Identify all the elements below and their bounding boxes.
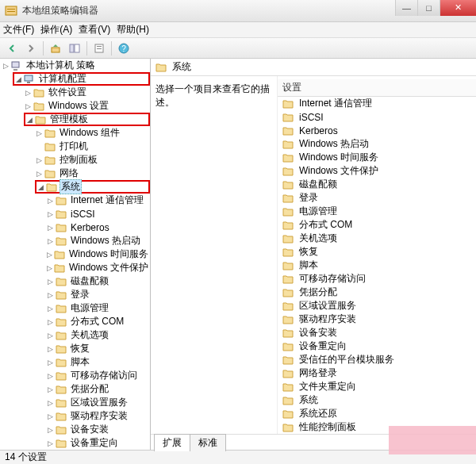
list-item[interactable]: 可移动存储访问 bbox=[278, 272, 476, 286]
back-button[interactable] bbox=[3, 40, 21, 56]
help-button[interactable]: ? bbox=[115, 40, 132, 56]
list-item[interactable]: 系统 bbox=[278, 393, 476, 407]
expand-icon[interactable]: ▷ bbox=[46, 196, 55, 205]
list-item[interactable]: 区域设置服务 bbox=[278, 299, 476, 313]
list-item[interactable]: 关机选项 bbox=[278, 232, 476, 245]
expand-icon[interactable]: ▷ bbox=[46, 385, 55, 393]
tree-item[interactable]: ▷Windows 热启动 bbox=[46, 234, 150, 247]
tree-item[interactable]: ▷分布式 COM bbox=[46, 315, 150, 328]
list-item[interactable]: Windows 文件保护 bbox=[278, 164, 476, 178]
expand-icon[interactable]: ▷ bbox=[35, 128, 44, 137]
collapse-icon[interactable]: ◢ bbox=[36, 182, 45, 191]
tree-system[interactable]: ◢系统 bbox=[35, 180, 150, 194]
list-item[interactable]: 网络登录 bbox=[278, 366, 476, 380]
list-item[interactable]: 磁盘配额 bbox=[278, 178, 476, 191]
tree-windows-settings[interactable]: ▷Windows 设置 bbox=[24, 99, 150, 113]
tree-item[interactable]: ▷Internet 通信管理 bbox=[46, 194, 150, 207]
tree-item[interactable]: ▷恢复 bbox=[46, 342, 150, 355]
tree-item[interactable]: ▷登录 bbox=[46, 288, 150, 301]
list-item[interactable]: Kerberos bbox=[278, 124, 476, 137]
expand-icon[interactable]: ▷ bbox=[24, 102, 33, 110]
list-item[interactable]: 驱动程序安装 bbox=[278, 313, 476, 326]
tree-item[interactable]: ▷区域设置服务 bbox=[46, 396, 150, 409]
tree-item[interactable]: ▷脚本 bbox=[46, 355, 150, 369]
list-item[interactable]: Windows 热启动 bbox=[278, 137, 476, 151]
expand-icon[interactable]: ▷ bbox=[46, 277, 55, 286]
list-item[interactable]: Internet 通信管理 bbox=[278, 97, 476, 110]
tree-software-settings[interactable]: ▷软件设置 bbox=[24, 86, 150, 99]
list-item[interactable]: 凭据分配 bbox=[278, 286, 476, 299]
column-header-settings[interactable]: 设置 bbox=[278, 79, 476, 97]
expand-icon[interactable]: ▷ bbox=[46, 412, 55, 420]
maximize-button[interactable]: □ bbox=[417, 0, 440, 16]
expand-icon[interactable]: ▷ bbox=[46, 398, 55, 407]
list-item[interactable]: 分布式 COM bbox=[278, 218, 476, 232]
tree-network[interactable]: ▷网络 bbox=[35, 167, 150, 180]
tree-item[interactable]: ▷Windows 时间服务 bbox=[46, 247, 150, 261]
tree-label: 脚本 bbox=[69, 355, 91, 369]
menu-view[interactable]: 查看(V) bbox=[79, 23, 110, 36]
collapse-icon[interactable]: ◢ bbox=[25, 115, 34, 124]
tree-item[interactable]: ▷凭据分配 bbox=[46, 382, 150, 396]
list-item[interactable]: 恢复 bbox=[278, 245, 476, 259]
expand-icon[interactable]: ▷ bbox=[46, 250, 53, 259]
tree-control-panel[interactable]: ▷控制面板 bbox=[35, 153, 150, 167]
list-item[interactable]: 设备重定向 bbox=[278, 339, 476, 353]
expand-icon[interactable]: ▷ bbox=[24, 88, 33, 97]
expand-icon[interactable]: ▷ bbox=[46, 290, 55, 299]
tree-item[interactable]: ▷设备安装 bbox=[46, 423, 150, 436]
list-item[interactable]: 文件夹重定向 bbox=[278, 380, 476, 393]
list-item[interactable]: iSCSI bbox=[278, 110, 476, 124]
expand-icon[interactable]: ▷ bbox=[46, 304, 55, 313]
tree-item[interactable]: ▷设备重定向 bbox=[46, 436, 150, 450]
menu-help[interactable]: 帮助(H) bbox=[117, 23, 149, 36]
expand-icon[interactable]: ▷ bbox=[46, 371, 55, 380]
tree-item[interactable]: ▷iSCSI bbox=[46, 207, 150, 220]
list-item[interactable]: 电源管理 bbox=[278, 205, 476, 218]
tree-item[interactable]: ▷驱动程序安装 bbox=[46, 409, 150, 423]
tree-item[interactable]: ▷Kerberos bbox=[46, 220, 150, 234]
expand-icon[interactable]: ▷ bbox=[46, 344, 55, 353]
tree-printers[interactable]: ▷打印机 bbox=[35, 140, 150, 153]
properties-button[interactable] bbox=[90, 40, 108, 56]
up-button[interactable] bbox=[47, 40, 64, 56]
expand-icon[interactable]: ▷ bbox=[46, 209, 55, 218]
tree-root[interactable]: ▷ 本地计算机 策略 bbox=[2, 59, 150, 72]
tree-windows-components[interactable]: ▷Windows 组件 bbox=[35, 126, 150, 140]
expand-icon[interactable]: ▷ bbox=[46, 236, 55, 245]
settings-list[interactable]: 设置 Internet 通信管理iSCSIKerberosWindows 热启动… bbox=[278, 76, 476, 434]
tree-computer-config[interactable]: ◢ 计算机配置 bbox=[13, 72, 150, 86]
expand-icon[interactable]: ▷ bbox=[35, 155, 44, 164]
expand-icon[interactable]: ▷ bbox=[46, 425, 55, 434]
tree-item[interactable]: ▷关机选项 bbox=[46, 328, 150, 342]
list-item[interactable]: Windows 时间服务 bbox=[278, 151, 476, 164]
tree-item[interactable]: ▷可移动存储访问 bbox=[46, 369, 150, 382]
tab-standard[interactable]: 标准 bbox=[190, 434, 226, 451]
expand-icon[interactable]: ▷ bbox=[46, 223, 55, 232]
expand-icon[interactable]: ▷ bbox=[46, 331, 55, 339]
expand-icon[interactable]: ▷ bbox=[46, 317, 55, 326]
expand-icon[interactable]: ▷ bbox=[46, 439, 55, 447]
collapse-icon[interactable]: ◢ bbox=[14, 75, 23, 83]
list-item[interactable]: 登录 bbox=[278, 191, 476, 205]
forward-button[interactable] bbox=[22, 40, 40, 56]
list-item[interactable]: 脚本 bbox=[278, 259, 476, 272]
expand-icon[interactable]: ▷ bbox=[2, 61, 10, 70]
tree-admin-templates[interactable]: ◢管理模板 bbox=[24, 113, 150, 126]
show-hide-tree-button[interactable] bbox=[66, 40, 83, 56]
tree-item[interactable]: ▷磁盘配额 bbox=[46, 274, 150, 288]
minimize-button[interactable]: — bbox=[395, 0, 417, 16]
list-item[interactable]: 系统还原 bbox=[278, 407, 476, 420]
tree-item[interactable]: ▷电源管理 bbox=[46, 301, 150, 315]
tree-pane[interactable]: ▷ 本地计算机 策略 ◢ 计算机配置 ▷软件设置 ▷Windows 设置 bbox=[0, 59, 151, 450]
menu-file[interactable]: 文件(F) bbox=[3, 23, 34, 36]
close-button[interactable]: ✕ bbox=[440, 0, 476, 16]
menu-action[interactable]: 操作(A) bbox=[40, 23, 72, 36]
tree-item[interactable]: ▷Windows 文件保护 bbox=[46, 261, 150, 274]
expand-icon[interactable]: ▷ bbox=[35, 169, 44, 178]
list-item[interactable]: 设备安装 bbox=[278, 326, 476, 339]
list-item[interactable]: 受信任的平台模块服务 bbox=[278, 353, 476, 366]
expand-icon[interactable]: ▷ bbox=[46, 358, 55, 366]
expand-icon[interactable]: ▷ bbox=[46, 263, 53, 272]
tab-extended[interactable]: 扩展 bbox=[154, 434, 190, 451]
